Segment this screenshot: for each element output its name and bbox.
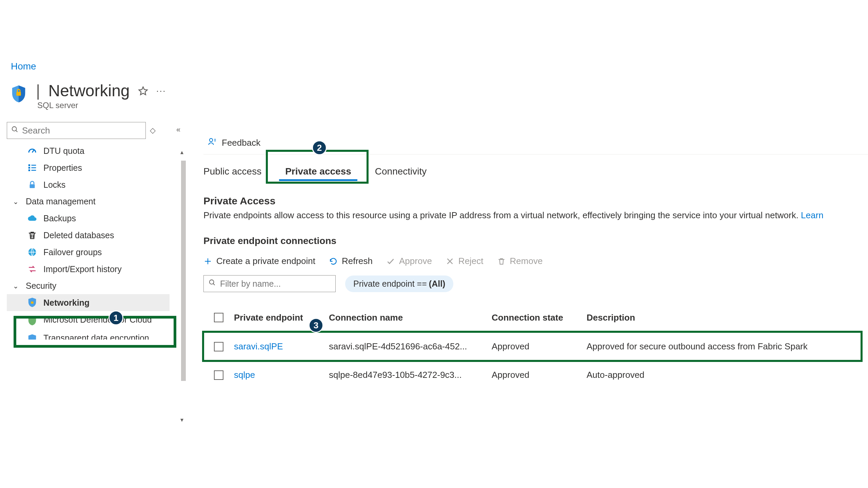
- scroll-down-icon[interactable]: ▾: [180, 416, 183, 424]
- sidebar-item-label: Failover groups: [43, 247, 102, 257]
- sidebar-item-label: Backups: [43, 214, 76, 223]
- svg-rect-0: [16, 92, 21, 96]
- sidebar-search[interactable]: [7, 122, 146, 139]
- connection-description: Auto-approved: [587, 370, 861, 380]
- sidebar-item-tde[interactable]: Transparent data encryption: [7, 329, 170, 340]
- learn-more-link[interactable]: Learn: [801, 210, 824, 220]
- sidebar-item-label: Transparent data encryption: [43, 333, 149, 340]
- trash-icon: [27, 230, 37, 240]
- collapse-sidebar-icon[interactable]: «: [176, 125, 180, 134]
- sidebar-item-defender[interactable]: Microsoft Defender for Cloud: [7, 311, 170, 329]
- globe-icon: [27, 247, 37, 257]
- tab-private-access[interactable]: Private access: [279, 163, 357, 180]
- defender-icon: [27, 316, 37, 326]
- svg-rect-5: [28, 167, 30, 169]
- favorite-star-icon[interactable]: [138, 81, 148, 100]
- sidebar-item-import-export-history[interactable]: Import/Export history: [7, 261, 170, 278]
- search-icon: [209, 279, 216, 288]
- sidebar-item-backups[interactable]: Backups: [7, 210, 170, 227]
- filter-input[interactable]: [203, 275, 336, 292]
- svg-line-3: [32, 150, 34, 153]
- create-endpoint-button[interactable]: Create a private endpoint: [203, 256, 315, 266]
- svg-point-20: [210, 280, 214, 284]
- import-export-icon: [27, 264, 37, 274]
- col-connection-name[interactable]: Connection name: [329, 312, 492, 323]
- search-icon: [11, 126, 19, 135]
- sidebar-group-label: Data management: [26, 197, 96, 206]
- sort-icon[interactable]: ◇: [150, 126, 156, 135]
- callout-badge-3: 3: [309, 318, 323, 333]
- table-row[interactable]: saravi.sqlPE saravi.sqlPE-4d521696-ac6a-…: [203, 332, 861, 361]
- col-connection-state[interactable]: Connection state: [492, 312, 587, 323]
- refresh-button[interactable]: Refresh: [329, 256, 373, 266]
- svg-point-15: [210, 139, 213, 142]
- tab-connectivity[interactable]: Connectivity: [375, 163, 427, 180]
- sidebar-item-label: DTU quota: [43, 146, 84, 156]
- sidebar-item-properties[interactable]: Properties: [7, 159, 170, 176]
- sidebar-item-label: Microsoft Defender for Cloud: [43, 314, 152, 325]
- connection-state: Approved: [492, 341, 587, 352]
- callout-badge-2: 2: [312, 140, 327, 155]
- breadcrumb-home[interactable]: Home: [11, 61, 36, 72]
- connection-name: saravi.sqlPE-4d521696-ac6a-452...: [329, 341, 492, 352]
- reject-button: Reject: [446, 256, 484, 266]
- scroll-up-icon[interactable]: ▴: [180, 148, 183, 156]
- connection-name: sqlpe-8ed47e93-10b5-4272-9c3...: [329, 370, 492, 380]
- filter-pill[interactable]: Private endpoint == (All): [345, 276, 453, 292]
- feedback-icon: [208, 137, 217, 149]
- resource-type-label: SQL server: [37, 101, 166, 110]
- tab-public-access[interactable]: Public access: [203, 163, 261, 180]
- svg-rect-4: [28, 164, 30, 166]
- endpoints-table: Private endpoint Connection name Connect…: [203, 304, 861, 389]
- sidebar-group-label: Security: [26, 281, 56, 291]
- filter-pill-value: (All): [429, 279, 446, 289]
- svg-rect-7: [32, 165, 36, 166]
- callout-badge-1: 1: [108, 310, 123, 325]
- sidebar-scrollbar[interactable]: ▴ ▾: [181, 150, 186, 422]
- sidebar-item-networking[interactable]: Networking: [7, 294, 170, 311]
- sidebar-item-label: Import/Export history: [43, 264, 122, 274]
- feedback-button[interactable]: Feedback: [203, 136, 868, 154]
- page-title: Networking: [48, 81, 130, 100]
- row-checkbox[interactable]: [214, 370, 223, 380]
- svg-point-1: [12, 127, 17, 131]
- private-endpoint-link[interactable]: sqlpe: [234, 370, 255, 380]
- sidebar-item-failover-groups[interactable]: Failover groups: [7, 244, 170, 261]
- sidebar-item-label: Networking: [43, 298, 90, 308]
- sidebar-search-input[interactable]: [22, 125, 141, 136]
- connection-description: Approved for secure outbound access from…: [587, 341, 861, 352]
- sidebar-group-data-management[interactable]: ⌄ Data management: [7, 193, 170, 210]
- sidebar-group-security[interactable]: ⌄ Security: [7, 278, 170, 294]
- filter-pill-key: Private endpoint ==: [353, 279, 427, 289]
- sidebar-item-label: Properties: [43, 163, 82, 173]
- title-divider: |: [36, 81, 40, 100]
- col-description[interactable]: Description: [587, 312, 861, 323]
- svg-rect-8: [32, 167, 36, 168]
- feedback-label: Feedback: [222, 138, 260, 148]
- cloud-icon: [27, 213, 37, 223]
- section-desc-text: Private endpoints allow access to this r…: [203, 210, 798, 220]
- svg-rect-10: [30, 184, 35, 188]
- private-endpoint-link[interactable]: saravi.sqlPE: [234, 341, 283, 351]
- more-actions-icon[interactable]: ···: [156, 85, 166, 96]
- table-header: Private endpoint Connection name Connect…: [203, 304, 861, 332]
- reject-label: Reject: [458, 256, 484, 266]
- select-all-checkbox[interactable]: [214, 313, 223, 322]
- svg-rect-14: [31, 301, 34, 303]
- table-row[interactable]: sqlpe sqlpe-8ed47e93-10b5-4272-9c3... Ap…: [203, 361, 861, 389]
- filter-input-field[interactable]: [220, 279, 331, 289]
- sidebar-item-locks[interactable]: Locks: [7, 176, 170, 193]
- connection-state: Approved: [492, 370, 587, 380]
- sidebar-item-dtu-quota[interactable]: DTU quota: [7, 142, 170, 159]
- approve-label: Approve: [399, 256, 432, 266]
- properties-icon: [27, 163, 37, 173]
- connections-title: Private endpoint connections: [203, 236, 868, 246]
- remove-label: Remove: [510, 256, 543, 266]
- refresh-label: Refresh: [342, 256, 373, 266]
- svg-line-2: [16, 130, 18, 132]
- sidebar-item-deleted-databases[interactable]: Deleted databases: [7, 227, 170, 244]
- row-checkbox[interactable]: [214, 342, 223, 351]
- sidebar-item-label: Deleted databases: [43, 230, 114, 240]
- scrollbar-thumb[interactable]: [181, 161, 186, 381]
- chevron-down-icon: ⌄: [13, 282, 20, 290]
